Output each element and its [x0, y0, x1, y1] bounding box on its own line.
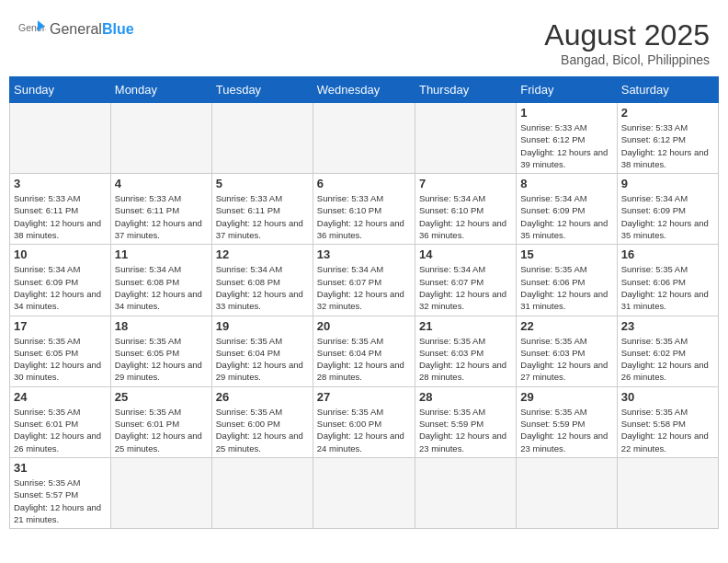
logo-wordmark: GeneralBlue	[50, 21, 134, 38]
calendar-week-row: 31Sunrise: 5:35 AM Sunset: 5:57 PM Dayli…	[10, 457, 719, 528]
calendar-day-cell: 7Sunrise: 5:34 AM Sunset: 6:10 PM Daylig…	[415, 174, 516, 245]
day-number: 21	[419, 319, 512, 333]
day-number: 13	[317, 247, 411, 261]
day-number: 31	[14, 461, 107, 475]
month-year-title: August 2025	[544, 18, 710, 52]
calendar-week-row: 3Sunrise: 5:33 AM Sunset: 6:11 PM Daylig…	[10, 174, 719, 245]
day-info: Sunrise: 5:35 AM Sunset: 6:02 PM Dayligh…	[621, 335, 714, 384]
day-info: Sunrise: 5:35 AM Sunset: 6:01 PM Dayligh…	[115, 406, 208, 454]
day-info: Sunrise: 5:35 AM Sunset: 6:04 PM Dayligh…	[317, 335, 411, 384]
weekday-header-row: SundayMondayTuesdayWednesdayThursdayFrid…	[10, 77, 719, 103]
calendar-day-cell	[313, 457, 415, 528]
calendar-day-cell: 26Sunrise: 5:35 AM Sunset: 6:00 PM Dayli…	[211, 386, 313, 457]
day-number: 28	[419, 390, 512, 404]
day-info: Sunrise: 5:35 AM Sunset: 5:59 PM Dayligh…	[419, 406, 512, 454]
day-info: Sunrise: 5:34 AM Sunset: 6:10 PM Dayligh…	[419, 192, 512, 241]
day-number: 17	[14, 319, 107, 333]
day-info: Sunrise: 5:35 AM Sunset: 6:04 PM Dayligh…	[216, 335, 309, 384]
location-subtitle: Bangad, Bicol, Philippines	[544, 52, 710, 67]
day-number: 15	[520, 247, 612, 261]
day-info: Sunrise: 5:34 AM Sunset: 6:08 PM Dayligh…	[216, 263, 309, 312]
calendar-day-cell: 10Sunrise: 5:34 AM Sunset: 6:09 PM Dayli…	[10, 245, 111, 316]
day-info: Sunrise: 5:35 AM Sunset: 6:01 PM Dayligh…	[14, 406, 107, 454]
day-info: Sunrise: 5:35 AM Sunset: 6:03 PM Dayligh…	[520, 335, 612, 384]
calendar-day-cell	[313, 103, 415, 174]
day-number: 19	[216, 319, 309, 333]
title-area: August 2025 Bangad, Bicol, Philippines	[544, 18, 710, 67]
calendar-day-cell	[617, 457, 718, 528]
day-info: Sunrise: 5:33 AM Sunset: 6:11 PM Dayligh…	[216, 192, 309, 241]
calendar-day-cell: 25Sunrise: 5:35 AM Sunset: 6:01 PM Dayli…	[110, 386, 211, 457]
calendar-day-cell: 16Sunrise: 5:35 AM Sunset: 6:06 PM Dayli…	[617, 245, 718, 316]
day-info: Sunrise: 5:35 AM Sunset: 6:05 PM Dayligh…	[115, 335, 208, 384]
day-info: Sunrise: 5:35 AM Sunset: 6:03 PM Dayligh…	[419, 335, 512, 384]
day-info: Sunrise: 5:33 AM Sunset: 6:11 PM Dayligh…	[115, 192, 208, 241]
calendar-day-cell	[211, 457, 313, 528]
calendar-week-row: 10Sunrise: 5:34 AM Sunset: 6:09 PM Dayli…	[10, 245, 719, 316]
day-info: Sunrise: 5:34 AM Sunset: 6:09 PM Dayligh…	[14, 263, 107, 312]
calendar-day-cell: 6Sunrise: 5:33 AM Sunset: 6:10 PM Daylig…	[313, 174, 415, 245]
day-number: 23	[621, 319, 714, 333]
day-number: 16	[621, 247, 714, 261]
calendar-day-cell	[10, 103, 111, 174]
day-number: 4	[115, 177, 208, 190]
calendar-day-cell: 12Sunrise: 5:34 AM Sunset: 6:08 PM Dayli…	[211, 245, 313, 316]
calendar-day-cell: 8Sunrise: 5:34 AM Sunset: 6:09 PM Daylig…	[517, 174, 617, 245]
day-info: Sunrise: 5:33 AM Sunset: 6:11 PM Dayligh…	[14, 192, 107, 241]
day-number: 1	[520, 106, 612, 120]
day-info: Sunrise: 5:33 AM Sunset: 6:12 PM Dayligh…	[621, 121, 714, 170]
day-info: Sunrise: 5:34 AM Sunset: 6:07 PM Dayligh…	[419, 263, 512, 312]
calendar-day-cell: 29Sunrise: 5:35 AM Sunset: 5:59 PM Dayli…	[517, 386, 617, 457]
calendar-week-row: 17Sunrise: 5:35 AM Sunset: 6:05 PM Dayli…	[10, 316, 719, 386]
calendar-day-cell: 31Sunrise: 5:35 AM Sunset: 5:57 PM Dayli…	[10, 457, 111, 528]
calendar-day-cell: 5Sunrise: 5:33 AM Sunset: 6:11 PM Daylig…	[211, 174, 313, 245]
day-info: Sunrise: 5:35 AM Sunset: 6:05 PM Dayligh…	[14, 335, 107, 384]
calendar-day-cell: 28Sunrise: 5:35 AM Sunset: 5:59 PM Dayli…	[415, 386, 516, 457]
day-info: Sunrise: 5:35 AM Sunset: 6:06 PM Dayligh…	[520, 263, 612, 312]
calendar-day-cell: 11Sunrise: 5:34 AM Sunset: 6:08 PM Dayli…	[110, 245, 211, 316]
day-number: 24	[14, 390, 107, 404]
day-number: 18	[115, 319, 208, 333]
day-number: 25	[115, 390, 208, 404]
calendar-day-cell: 2Sunrise: 5:33 AM Sunset: 6:12 PM Daylig…	[617, 103, 718, 174]
weekday-header-monday: Monday	[110, 77, 211, 103]
day-info: Sunrise: 5:35 AM Sunset: 5:58 PM Dayligh…	[621, 406, 714, 454]
day-number: 20	[317, 319, 411, 333]
calendar-day-cell: 30Sunrise: 5:35 AM Sunset: 5:58 PM Dayli…	[617, 386, 718, 457]
day-number: 30	[621, 390, 714, 404]
day-number: 5	[216, 177, 309, 190]
weekday-header-friday: Friday	[517, 77, 617, 103]
day-number: 29	[520, 390, 612, 404]
day-number: 26	[216, 390, 309, 404]
weekday-header-thursday: Thursday	[415, 77, 516, 103]
day-number: 3	[14, 177, 107, 190]
day-number: 2	[621, 106, 714, 120]
calendar-day-cell: 4Sunrise: 5:33 AM Sunset: 6:11 PM Daylig…	[110, 174, 211, 245]
day-info: Sunrise: 5:35 AM Sunset: 5:57 PM Dayligh…	[14, 477, 107, 525]
calendar-day-cell: 27Sunrise: 5:35 AM Sunset: 6:00 PM Dayli…	[313, 386, 415, 457]
day-number: 22	[520, 319, 612, 333]
calendar-day-cell: 22Sunrise: 5:35 AM Sunset: 6:03 PM Dayli…	[517, 316, 617, 386]
weekday-header-wednesday: Wednesday	[313, 77, 415, 103]
calendar-table: SundayMondayTuesdayWednesdayThursdayFrid…	[9, 76, 719, 529]
weekday-header-sunday: Sunday	[10, 77, 111, 103]
calendar-day-cell: 9Sunrise: 5:34 AM Sunset: 6:09 PM Daylig…	[617, 174, 718, 245]
calendar-day-cell: 23Sunrise: 5:35 AM Sunset: 6:02 PM Dayli…	[617, 316, 718, 386]
calendar-day-cell	[110, 103, 211, 174]
day-info: Sunrise: 5:34 AM Sunset: 6:08 PM Dayligh…	[115, 263, 208, 312]
calendar-day-cell	[415, 103, 516, 174]
day-info: Sunrise: 5:33 AM Sunset: 6:12 PM Dayligh…	[520, 121, 612, 170]
day-number: 27	[317, 390, 411, 404]
calendar-day-cell: 13Sunrise: 5:34 AM Sunset: 6:07 PM Dayli…	[313, 245, 415, 316]
calendar-day-cell: 14Sunrise: 5:34 AM Sunset: 6:07 PM Dayli…	[415, 245, 516, 316]
day-info: Sunrise: 5:35 AM Sunset: 5:59 PM Dayligh…	[520, 406, 612, 454]
calendar-day-cell: 20Sunrise: 5:35 AM Sunset: 6:04 PM Dayli…	[313, 316, 415, 386]
weekday-header-tuesday: Tuesday	[211, 77, 313, 103]
day-number: 9	[621, 177, 714, 190]
calendar-week-row: 24Sunrise: 5:35 AM Sunset: 6:01 PM Dayli…	[10, 386, 719, 457]
calendar-day-cell	[211, 103, 313, 174]
calendar-week-row: 1Sunrise: 5:33 AM Sunset: 6:12 PM Daylig…	[10, 103, 719, 174]
calendar-day-cell	[110, 457, 211, 528]
weekday-header-saturday: Saturday	[617, 77, 718, 103]
day-number: 12	[216, 247, 309, 261]
